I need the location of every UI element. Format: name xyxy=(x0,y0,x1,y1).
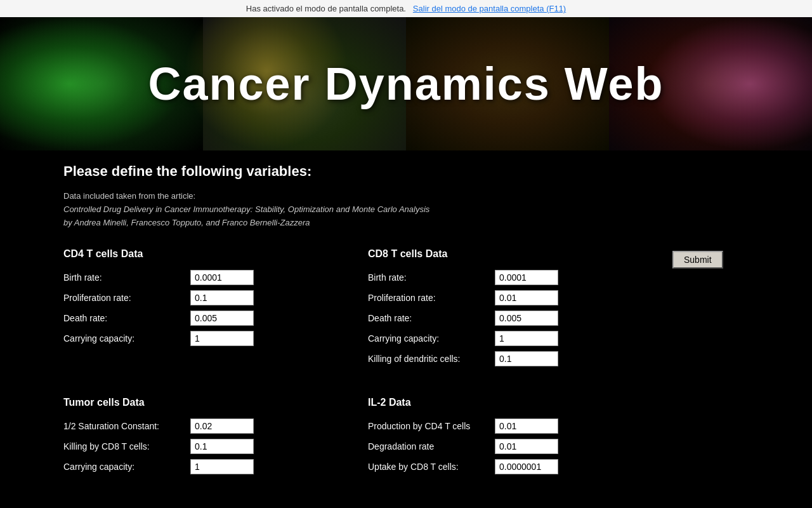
cd4-death-rate-input[interactable] xyxy=(190,311,254,326)
il2-production-input[interactable] xyxy=(495,418,558,434)
tumor-saturation-label: 1/2 Saturation Constant: xyxy=(63,421,190,431)
cd8-carrying-capacity-group: Carrying capacity: xyxy=(368,331,672,346)
hero-title: Cancer Dynamics Web xyxy=(148,58,664,110)
page-heading: Please define the following variables: xyxy=(63,163,749,180)
cd8-birth-rate-input[interactable] xyxy=(495,270,558,285)
cd4-proliferation-rate-group: Proliferation rate: xyxy=(63,290,368,305)
article-info-line2: Controlled Drug Delivery in Cancer Immun… xyxy=(63,204,429,214)
cd4-birth-rate-label: Birth rate: xyxy=(63,272,190,283)
tumor-saturation-group: 1/2 Saturation Constant: xyxy=(63,418,368,434)
cd4-proliferation-rate-label: Proliferation rate: xyxy=(63,293,190,303)
cd4-death-rate-group: Death rate: xyxy=(63,311,368,326)
il2-degradation-input[interactable] xyxy=(495,439,558,454)
il2-uptake-input[interactable] xyxy=(495,459,558,474)
il2-column: IL-2 Data Production by CD4 T cells Degr… xyxy=(368,397,672,479)
tumor-killing-input[interactable] xyxy=(190,439,254,454)
tumor-carrying-capacity-label: Carrying capacity: xyxy=(63,462,190,472)
cd8-killing-dendritic-input[interactable] xyxy=(495,351,558,366)
il2-degradation-label: Degradation rate xyxy=(368,441,495,451)
tumor-killing-label: Killing by CD8 T cells: xyxy=(63,441,190,451)
cd4-birth-rate-input[interactable] xyxy=(190,270,254,285)
bottom-data-sections: Tumor cells Data 1/2 Saturation Constant… xyxy=(63,397,749,479)
fullscreen-notification-bar: Has activado el modo de pantalla complet… xyxy=(0,0,812,17)
article-info-line3: by Andrea Minelli, Francesco Topputo, an… xyxy=(63,218,310,227)
cd4-carrying-capacity-label: Carrying capacity: xyxy=(63,333,190,344)
submit-button[interactable]: Submit xyxy=(672,251,723,269)
cd8-death-rate-label: Death rate: xyxy=(368,313,495,323)
cell-pink-decoration xyxy=(647,17,812,150)
tumor-carrying-capacity-group: Carrying capacity: xyxy=(63,459,368,474)
top-data-sections: CD4 T cells Data Birth rate: Proliferati… xyxy=(63,248,749,371)
il2-degradation-group: Degradation rate xyxy=(368,439,672,454)
cd4-death-rate-label: Death rate: xyxy=(63,313,190,323)
article-info-line1: Data included taken from the article: xyxy=(63,191,195,201)
cd8-death-rate-group: Death rate: xyxy=(368,311,672,326)
tumor-saturation-input[interactable] xyxy=(190,418,254,434)
cd4-birth-rate-group: Birth rate: xyxy=(63,270,368,285)
il2-uptake-group: Uptake by CD8 T cells: xyxy=(368,459,672,474)
cd8-birth-rate-label: Birth rate: xyxy=(368,272,495,283)
cd8-carrying-capacity-label: Carrying capacity: xyxy=(368,333,495,344)
cd8-killing-dendritic-label: Killing of dendritic cells: xyxy=(368,354,495,364)
cd8-killing-dendritic-group: Killing of dendritic cells: xyxy=(368,351,672,366)
il2-production-group: Production by CD4 T cells xyxy=(368,418,672,434)
cd8-death-rate-input[interactable] xyxy=(495,311,558,326)
cd4-carrying-capacity-input[interactable] xyxy=(190,331,254,346)
cd4-proliferation-rate-input[interactable] xyxy=(190,290,254,305)
cd4-carrying-capacity-group: Carrying capacity: xyxy=(63,331,368,346)
bottom-spacer xyxy=(672,397,749,479)
il2-section-title: IL-2 Data xyxy=(368,397,672,408)
tumor-column: Tumor cells Data 1/2 Saturation Constant… xyxy=(63,397,368,479)
il2-uptake-label: Uptake by CD8 T cells: xyxy=(368,462,495,472)
cd4-section-title: CD4 T cells Data xyxy=(63,248,368,260)
hero-header: Cancer Dynamics Web xyxy=(0,17,812,150)
fullscreen-message: Has activado el modo de pantalla complet… xyxy=(246,4,406,13)
cd8-proliferation-rate-input[interactable] xyxy=(495,290,558,305)
cd8-proliferation-rate-label: Proliferation rate: xyxy=(368,293,495,303)
cd8-carrying-capacity-input[interactable] xyxy=(495,331,558,346)
tumor-killing-group: Killing by CD8 T cells: xyxy=(63,439,368,454)
main-content: Please define the following variables: D… xyxy=(0,150,812,505)
submit-column: Submit xyxy=(672,248,749,371)
exit-fullscreen-link[interactable]: Salir del modo de pantalla completa (F11… xyxy=(413,4,566,13)
cd8-column: CD8 T cells Data Birth rate: Proliferati… xyxy=(368,248,672,371)
cd8-proliferation-rate-group: Proliferation rate: xyxy=(368,290,672,305)
tumor-section-title: Tumor cells Data xyxy=(63,397,368,408)
article-info: Data included taken from the article: Co… xyxy=(63,190,749,229)
cd8-section-title: CD8 T cells Data xyxy=(368,248,672,260)
cd4-column: CD4 T cells Data Birth rate: Proliferati… xyxy=(63,248,368,371)
tumor-carrying-capacity-input[interactable] xyxy=(190,459,254,474)
il2-production-label: Production by CD4 T cells xyxy=(368,421,495,431)
cd8-birth-rate-group: Birth rate: xyxy=(368,270,672,285)
